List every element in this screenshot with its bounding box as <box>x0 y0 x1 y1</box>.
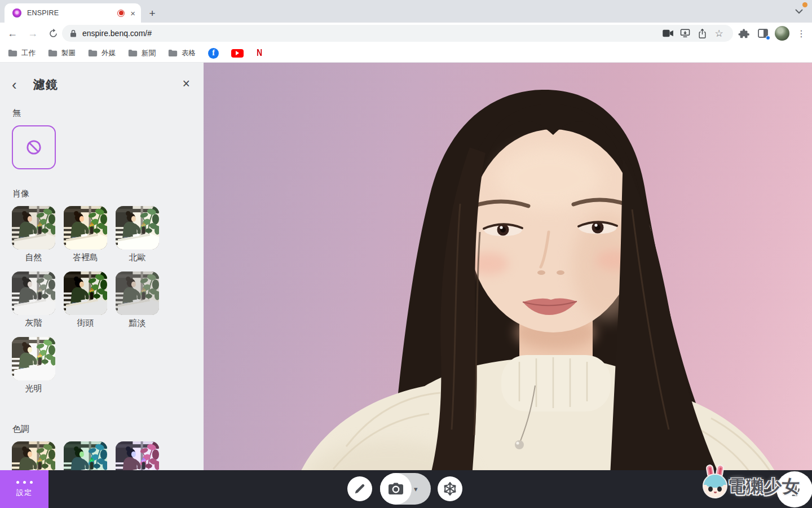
microphone-icon <box>787 482 802 497</box>
section-label-tone: 色調 <box>12 424 204 435</box>
filter-item-bright[interactable]: 光明 <box>12 337 55 393</box>
filter-item-label: 光明 <box>12 383 55 393</box>
bookmark-folder-drawing[interactable]: 製圖 <box>48 49 76 58</box>
portrait-filter-grid: 自然 峇裡島 北歐 灰階 街頭 <box>12 206 175 402</box>
filter-panel: ‹ 濾鏡 × 無 肖像 自然 峇裡島 <box>0 63 204 508</box>
address-bar[interactable]: enspire.benq.com/# ☆ <box>62 25 733 42</box>
microphone-button[interactable] <box>776 471 812 507</box>
filter-thumbnail <box>12 337 55 380</box>
caret-down-icon[interactable]: ▾ <box>414 485 418 493</box>
filter-item-bali[interactable]: 峇裡島 <box>64 206 107 262</box>
bookmark-label: 工作 <box>21 49 36 58</box>
bookmark-label: 表格 <box>182 49 196 58</box>
freeze-frame-button[interactable] <box>438 476 462 501</box>
bookmark-youtube[interactable] <box>231 49 244 58</box>
section-label-none: 無 <box>12 108 204 119</box>
forward-button[interactable]: → <box>25 25 41 41</box>
filter-thumbnail <box>116 206 159 249</box>
filter-item-label: 北歐 <box>116 252 159 262</box>
tab-recording-icon <box>117 10 125 17</box>
annotate-button[interactable] <box>347 476 372 501</box>
browser-window: ENSPIRE × + ← → enspire.benq.com/# <box>0 0 812 508</box>
bookmark-label: 新聞 <box>142 49 156 58</box>
camera-icon <box>387 482 404 496</box>
filter-item-label: 峇裡島 <box>64 252 107 262</box>
filter-item-none[interactable] <box>12 125 56 169</box>
netflix-icon: N <box>257 47 262 59</box>
filter-item-label: 街頭 <box>64 318 107 328</box>
filter-item-street[interactable]: 街頭 <box>64 271 107 328</box>
youtube-icon <box>231 49 244 58</box>
extensions-button[interactable] <box>736 26 751 41</box>
camera-permission-button[interactable] <box>660 27 677 40</box>
bookmark-folder-forms[interactable]: 表格 <box>168 49 196 58</box>
folder-icon <box>8 49 17 57</box>
tab-title: ENSPIRE <box>27 9 117 17</box>
browser-toolbar: ← → enspire.benq.com/# <box>0 23 812 44</box>
filter-item-dim[interactable]: 黯淡 <box>116 271 159 328</box>
snapshot-button[interactable] <box>380 473 412 505</box>
filter-thumbnail <box>64 271 107 315</box>
panel-close-icon[interactable]: × <box>183 77 190 90</box>
tab-strip: ENSPIRE × + <box>0 0 812 23</box>
snowflake-icon <box>443 481 457 496</box>
install-app-button[interactable] <box>677 27 694 40</box>
filter-thumbnail <box>12 206 55 249</box>
section-label-portrait: 肖像 <box>12 189 204 199</box>
filter-thumbnail <box>116 271 159 315</box>
filter-item-label: 自然 <box>12 252 55 262</box>
chevron-down-icon[interactable] <box>795 9 803 14</box>
video-camera-icon <box>662 29 674 38</box>
bookmark-facebook[interactable]: f <box>208 48 219 59</box>
star-icon: ☆ <box>714 28 723 40</box>
webcam-preview <box>204 63 812 508</box>
folder-icon <box>48 49 58 57</box>
notification-dot <box>766 36 770 40</box>
bookmark-folder-foreign-media[interactable]: 外媒 <box>88 49 116 58</box>
panel-back-icon[interactable]: ‹ <box>12 78 21 91</box>
tab-enspire[interactable]: ENSPIRE × <box>5 3 141 23</box>
bookmark-label: 製圖 <box>61 49 76 58</box>
facebook-icon: f <box>208 48 219 59</box>
folder-icon <box>128 49 138 57</box>
filter-item-natural[interactable]: 自然 <box>12 206 55 262</box>
filter-panel-header: ‹ 濾鏡 × <box>12 76 190 93</box>
settings-label: 設定 <box>16 488 32 498</box>
puzzle-icon <box>738 28 750 40</box>
bookmark-label: 外媒 <box>102 49 116 58</box>
panel-title: 濾鏡 <box>33 77 58 93</box>
bookmark-folder-work[interactable]: 工作 <box>8 49 36 58</box>
lock-icon <box>70 29 77 37</box>
side-panel-button[interactable] <box>756 26 770 41</box>
bookmark-netflix[interactable]: N <box>256 47 263 59</box>
filter-thumbnail <box>12 271 55 315</box>
back-button[interactable]: ← <box>5 25 20 41</box>
folder-icon <box>168 49 178 57</box>
browser-menu-button[interactable]: ⋮ <box>794 26 809 41</box>
filter-item-label: 黯淡 <box>116 318 159 328</box>
bookmarks-bar: 工作 製圖 外媒 新聞 表格 f N <box>0 44 812 63</box>
filter-item-label: 灰階 <box>12 318 55 328</box>
install-icon <box>679 28 691 39</box>
share-icon <box>698 28 707 39</box>
tab-favicon-icon <box>12 8 21 17</box>
filter-item-nordic[interactable]: 北歐 <box>116 206 159 262</box>
bookmark-folder-news[interactable]: 新聞 <box>128 49 156 58</box>
more-dots-icon <box>16 481 33 484</box>
settings-button[interactable]: 設定 <box>0 470 48 508</box>
url-text[interactable]: enspire.benq.com/# <box>82 29 660 38</box>
profile-avatar[interactable] <box>775 26 789 41</box>
new-tab-button[interactable]: + <box>145 7 159 20</box>
bookmark-star-button[interactable]: ☆ <box>710 27 727 40</box>
toolbar-right-cluster: ⋮ <box>736 25 809 42</box>
reload-button[interactable] <box>45 25 61 41</box>
folder-icon <box>88 49 98 57</box>
pencil-icon <box>354 483 366 495</box>
webcam-frame-illustration <box>204 63 812 508</box>
filter-thumbnail <box>64 206 107 249</box>
filter-item-grayscale[interactable]: 灰階 <box>12 271 55 328</box>
tab-close-icon[interactable]: × <box>130 9 135 17</box>
share-button[interactable] <box>694 27 710 40</box>
bottom-bar: 設定 ▾ <box>0 470 812 508</box>
system-mic-indicator-dot <box>802 2 807 7</box>
